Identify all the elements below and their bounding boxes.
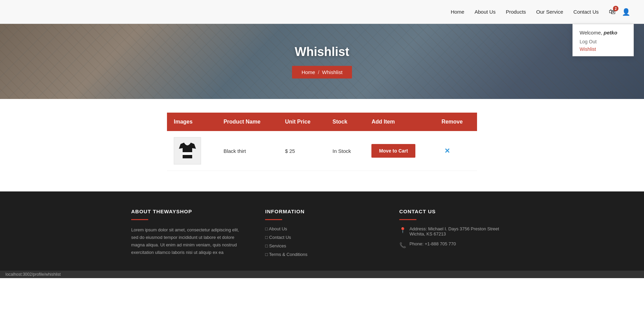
footer-address-row: 📍 Address: Michael I. Days 3756 Preston … [399, 226, 513, 236]
hero-title: Whishlist [292, 45, 352, 59]
phone-icon: 📞 [399, 242, 406, 248]
unit-price-cell: $ 25 [278, 131, 325, 171]
move-to-cart-button[interactable]: Move to Cart [371, 144, 415, 158]
hero-banner: Whishlist Home / Whishlist [0, 24, 644, 99]
footer-inner: ABOUT THEWAYSHOP Lorem ipsum dolor sit a… [118, 209, 526, 260]
footer-link-contact[interactable]: □ Contact Us [265, 235, 379, 240]
table-header-row: Images Product Name Unit Price Stock Add… [167, 113, 477, 131]
nav-item-service[interactable]: Our Service [536, 9, 563, 15]
nav-icons: 🛍 2 👤 [609, 8, 630, 16]
footer-contact-title: CONTACT US [399, 209, 513, 214]
table-row: Black thirt $ 25 In Stock Move to Cart ✕ [167, 131, 477, 171]
user-dropdown: Welcome, petko Log Out Wishlist [572, 24, 634, 56]
footer: ABOUT THEWAYSHOP Lorem ipsum dolor sit a… [0, 191, 644, 271]
add-item-cell: Move to Cart [365, 131, 434, 171]
tshirt-icon [177, 141, 198, 161]
location-icon: 📍 [399, 227, 406, 233]
col-add-item: Add Item [365, 113, 434, 131]
nav-item-home[interactable]: Home [451, 9, 464, 15]
footer-phone: Phone: +1-888 705 770 [410, 241, 456, 246]
footer-address: Address: Michael I. Days 3756 Preston St… [410, 226, 513, 236]
col-stock: Stock [326, 113, 365, 131]
svg-rect-1 [183, 152, 192, 155]
logout-link[interactable]: Log Out [580, 39, 627, 44]
footer-about-col: ABOUT THEWAYSHOP Lorem ipsum dolor sit a… [131, 209, 245, 260]
footer-contact-col: CONTACT US 📍 Address: Michael I. Days 37… [399, 209, 513, 260]
breadcrumb-sep: / [318, 69, 319, 75]
footer-info-title: INFORMATION [265, 209, 379, 214]
main-content: Images Product Name Unit Price Stock Add… [160, 113, 484, 171]
col-unit-price: Unit Price [278, 113, 325, 131]
footer-info-divider [265, 219, 282, 220]
footer-link-terms[interactable]: □ Terms & Conditions [265, 252, 379, 257]
footer-info-col: INFORMATION □ About Us □ Contact Us □ Se… [265, 209, 379, 260]
breadcrumb-home[interactable]: Home [302, 69, 315, 75]
stock-cell: In Stock [326, 131, 365, 171]
col-product-name: Product Name [217, 113, 278, 131]
footer-about-title: ABOUT THEWAYSHOP [131, 209, 245, 214]
nav-item-about[interactable]: About Us [475, 9, 496, 15]
product-image-cell [167, 131, 217, 171]
remove-cell: ✕ [435, 131, 477, 171]
breadcrumb-current: Whishlist [322, 69, 342, 75]
wishlist-table: Images Product Name Unit Price Stock Add… [167, 113, 477, 171]
navbar: Home About Us Products Our Service Conta… [0, 0, 644, 24]
nav-links: Home About Us Products Our Service Conta… [451, 9, 599, 15]
nav-item-contact[interactable]: Contact Us [573, 9, 599, 15]
status-url: localhost:3002/profile/whishlist [5, 272, 61, 277]
footer-link-services[interactable]: □ Services [265, 243, 379, 248]
footer-phone-row: 📞 Phone: +1-888 705 770 [399, 241, 513, 248]
col-remove: Remove [435, 113, 477, 131]
wishlist-link[interactable]: Wishlist [580, 46, 627, 52]
product-image [174, 137, 201, 164]
footer-info-links: □ About Us □ Contact Us □ Services □ Ter… [265, 226, 379, 257]
footer-about-text: Lorem ipsum dolor sit amet, consectetur … [131, 226, 245, 256]
table-header: Images Product Name Unit Price Stock Add… [167, 113, 477, 131]
user-button[interactable]: 👤 [622, 8, 630, 16]
table-body: Black thirt $ 25 In Stock Move to Cart ✕ [167, 131, 477, 171]
welcome-text: Welcome, petko [580, 30, 627, 35]
footer-link-about[interactable]: □ About Us [265, 226, 379, 231]
nav-item-products[interactable]: Products [506, 9, 526, 15]
product-name-cell: Black thirt [217, 131, 278, 171]
cart-button[interactable]: 🛍 2 [609, 8, 616, 16]
hero-content: Whishlist Home / Whishlist [292, 45, 352, 78]
col-images: Images [167, 113, 217, 131]
footer-contact-divider [399, 219, 416, 220]
footer-about-divider [131, 219, 148, 220]
hero-breadcrumb: Home / Whishlist [292, 66, 352, 78]
status-bar: localhost:3002/profile/whishlist [0, 271, 644, 278]
remove-button[interactable]: ✕ [442, 145, 453, 156]
cart-badge: 2 [613, 6, 618, 11]
